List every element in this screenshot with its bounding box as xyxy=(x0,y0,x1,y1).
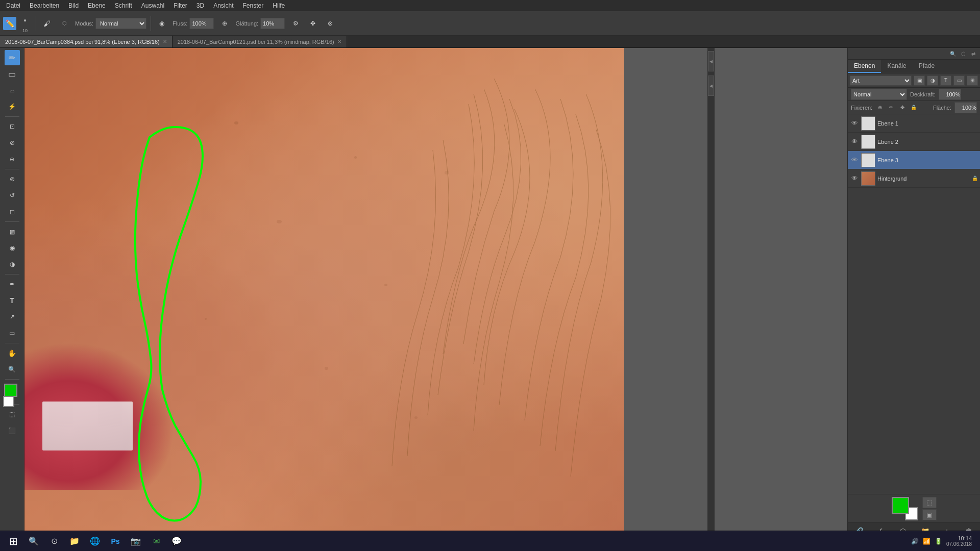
tool-magic-wand[interactable]: ⚡ xyxy=(5,99,20,114)
tab-0[interactable]: 2018-06-07_BarCamp0384.psd bei 91,8% (Eb… xyxy=(0,36,173,47)
layers-panel: Ebenen Kanäle Pfade Art ▣ ◑ T ▭ ⊞ Normal xyxy=(848,60,980,539)
tool-text[interactable]: T xyxy=(5,293,20,308)
quick-mask-btn[interactable]: ⬚ xyxy=(922,497,937,508)
menu-ansicht[interactable]: Ansicht xyxy=(209,1,237,10)
layer-type-select[interactable]: Art xyxy=(850,76,912,86)
brush-tool-button[interactable]: ✏️ xyxy=(3,17,16,30)
opacity-label: Deckkraft: xyxy=(910,91,936,97)
foreground-color[interactable] xyxy=(4,384,17,397)
layer-1-visibility-toggle[interactable]: 👁 xyxy=(850,119,859,127)
extra-button[interactable]: ⊗ xyxy=(324,17,337,30)
collapse-right-panel-btn-2[interactable]: ◀ xyxy=(708,76,714,96)
taskbar-file-explorer[interactable]: 📁 xyxy=(65,532,84,550)
fix-move-btn[interactable]: ✥ xyxy=(898,103,907,112)
start-button[interactable]: ⊞ xyxy=(4,532,22,550)
brush-preset-button[interactable]: 🖌 xyxy=(40,17,54,30)
screen-mode-btn[interactable]: ▣ xyxy=(922,509,937,520)
tool-screen-mode[interactable]: ⬛ xyxy=(5,423,20,438)
tool-gradient[interactable]: ▨ xyxy=(5,224,20,239)
fix-all-btn[interactable]: 🔒 xyxy=(909,103,918,112)
tab-1-close[interactable]: ✕ xyxy=(337,39,341,44)
tool-clone-stamp[interactable]: ⊚ xyxy=(5,171,20,187)
tool-zoom[interactable]: 🔍 xyxy=(5,362,20,377)
taskbar-photoshop[interactable]: Ps xyxy=(106,532,125,550)
background-color[interactable] xyxy=(3,396,14,407)
menu-bild[interactable]: Bild xyxy=(64,1,83,10)
collapse-right-panel-btn[interactable]: ◀ xyxy=(708,51,714,71)
canvas-area[interactable]: ◀ ◀ xyxy=(24,48,847,539)
taskbar-search[interactable]: 🔍 xyxy=(24,532,43,550)
opacity-input[interactable] xyxy=(939,89,961,100)
menu-bearbeiten[interactable]: Bearbeiten xyxy=(26,1,63,10)
taskbar-chrome[interactable]: 🌐 xyxy=(86,532,104,550)
fix-draw-btn[interactable]: ✏ xyxy=(887,103,896,112)
layer-row-ebene1[interactable]: 👁 Ebene 1 xyxy=(848,114,980,133)
airbrush-toggle[interactable]: ◉ xyxy=(155,17,168,30)
layer-adjust-icon[interactable]: ◑ xyxy=(927,76,938,86)
tab-kanaele[interactable]: Kanäle xyxy=(881,60,912,73)
collapse-arrows-btn[interactable]: ⇄ xyxy=(969,49,978,58)
expand-panel-btn[interactable]: ⬡ xyxy=(959,49,968,58)
quick-mask-btns: ⬚ ▣ xyxy=(922,497,937,520)
tool-history-brush[interactable]: ↺ xyxy=(5,188,20,203)
blend-mode-select[interactable]: Normal xyxy=(851,89,907,100)
menu-datei[interactable]: Datei xyxy=(2,1,24,10)
tool-dodge[interactable]: ◑ xyxy=(5,257,20,272)
layer-row-ebene2[interactable]: 👁 Ebene 2 xyxy=(848,133,980,151)
tool-select-rect[interactable]: ▭ xyxy=(5,66,20,82)
tool-crop[interactable]: ⊡ xyxy=(5,119,20,134)
fluss-input[interactable] xyxy=(189,18,214,29)
layer-smart-icon[interactable]: ⊞ xyxy=(967,76,978,86)
fg-color-swatch[interactable] xyxy=(892,497,909,514)
brush-size-indicator[interactable]: ● xyxy=(18,14,32,27)
tool-pen[interactable]: ✒ xyxy=(5,277,20,292)
tool-shape[interactable]: ▭ xyxy=(5,325,20,341)
symmetry-button[interactable]: ✤ xyxy=(306,17,320,30)
taskbar-app-5[interactable]: 📷 xyxy=(127,532,145,550)
layer-pixel-icon[interactable]: ▣ xyxy=(914,76,925,86)
taskbar-cortana[interactable]: ⊙ xyxy=(45,532,63,550)
menu-fenster[interactable]: Fenster xyxy=(239,1,268,10)
tool-heal[interactable]: ⊕ xyxy=(5,152,20,167)
menu-auswahl[interactable]: Auswahl xyxy=(137,1,168,10)
layer-shape-icon[interactable]: ▭ xyxy=(953,76,965,86)
search-panel-btn[interactable]: 🔍 xyxy=(948,49,958,58)
layer-type-icon[interactable]: T xyxy=(940,76,951,86)
system-tray: 🔊 📶 🔋 10:14 07.06.2018 xyxy=(911,535,976,547)
layer-bg-visibility-toggle[interactable]: 👁 xyxy=(850,174,859,182)
menu-schrift[interactable]: Schrift xyxy=(111,1,136,10)
tab-1[interactable]: 2018-06-07_BarCamp0121.psd bei 11,3% (mi… xyxy=(173,36,347,47)
tool-divider-2 xyxy=(5,169,19,169)
erase-mode-button[interactable]: ⬡ xyxy=(58,17,71,30)
tool-hand[interactable]: ✋ xyxy=(5,345,20,361)
menu-ebene[interactable]: Ebene xyxy=(84,1,110,10)
layer-row-hintergrund[interactable]: 👁 Hintergrund 🔒 xyxy=(848,169,980,188)
glaettung-settings[interactable]: ⚙ xyxy=(289,17,302,30)
tool-eyedropper[interactable]: ⊘ xyxy=(5,135,20,151)
panel-control-bar: ◀ ◀ xyxy=(707,48,715,539)
tab-ebenen[interactable]: Ebenen xyxy=(848,60,881,73)
mode-select[interactable]: Normal xyxy=(95,18,146,29)
tool-lasso[interactable]: ⌓ xyxy=(5,83,20,98)
tool-mask-mode[interactable]: ⬚ xyxy=(5,407,20,422)
layer-2-visibility-toggle[interactable]: 👁 xyxy=(850,138,859,145)
taskbar-app-7[interactable]: 💬 xyxy=(167,532,186,550)
taskbar-app-6[interactable]: ✉ xyxy=(147,532,165,550)
tab-0-close[interactable]: ✕ xyxy=(163,39,167,44)
pressure-button[interactable]: ⊕ xyxy=(218,17,231,30)
menu-hilfe[interactable]: Hilfe xyxy=(268,1,289,10)
glaettung-input[interactable] xyxy=(260,18,285,29)
layer-3-visibility-toggle[interactable]: 👁 xyxy=(850,156,859,164)
tool-eraser[interactable]: ◻ xyxy=(5,204,20,219)
tool-path-select[interactable]: ↗ xyxy=(5,309,20,324)
tool-blur[interactable]: ◉ xyxy=(5,240,20,256)
menu-3d[interactable]: 3D xyxy=(192,1,208,10)
clock-date: 07.06.2018 xyxy=(946,541,972,547)
tab-pfade[interactable]: Pfade xyxy=(913,60,941,73)
tool-brush[interactable]: ✏ xyxy=(5,50,20,65)
fluss-group: Fluss: xyxy=(173,18,214,29)
layer-row-ebene3[interactable]: 👁 Ebene 3 xyxy=(848,151,980,169)
fix-pos-btn[interactable]: ⊕ xyxy=(875,103,885,112)
flaeche-input[interactable] xyxy=(954,102,977,113)
menu-filter[interactable]: Filter xyxy=(169,1,191,10)
